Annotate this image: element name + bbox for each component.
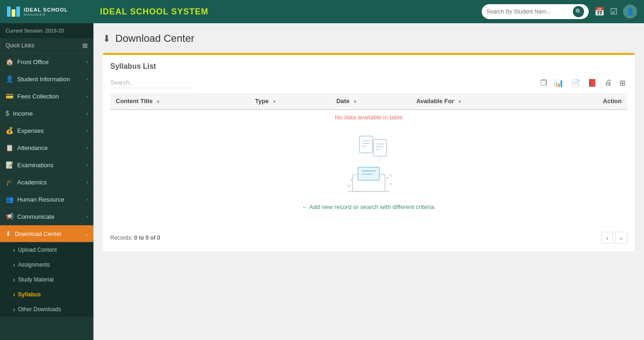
- sidebar-item-attendance[interactable]: 📋 Attendance ›: [0, 139, 93, 157]
- chevron-icon: ›: [86, 77, 88, 82]
- communicate-icon: 📢: [6, 213, 13, 220]
- sidebar-item-communicate[interactable]: 📢 Communicate ›: [0, 208, 93, 225]
- header-actions: 🔍 📅 ☑ 👤: [482, 4, 637, 19]
- svg-rect-0: [359, 136, 372, 153]
- copy-button[interactable]: ❐: [538, 78, 549, 88]
- logo-text: IDEAL SCHOOL MANAGER: [24, 7, 68, 17]
- sidebar-item-front-office[interactable]: 🏠 Front Office ›: [0, 53, 93, 71]
- svg-rect-4: [373, 139, 386, 156]
- attendance-icon: 📋: [6, 144, 13, 151]
- empty-illustration: ✕ ← Add new record or search with differ…: [110, 124, 627, 224]
- sidebar-subitem-upload-content[interactable]: › Upload Content: [0, 242, 93, 257]
- no-data-row: No data available in table: [110, 110, 627, 124]
- table-icons: ❐ 📊 📄 📕 🖨 ⊞: [538, 78, 627, 88]
- search-button[interactable]: 🔍: [573, 6, 584, 17]
- col-type[interactable]: Type ▼: [250, 93, 331, 110]
- assignments-label: Assignments: [18, 262, 50, 268]
- session-label: Current Session: 2019-20: [0, 23, 93, 38]
- card-title: Syllabus List: [110, 62, 627, 71]
- attendance-label: Attendance: [17, 144, 48, 151]
- sort-icon: ▼: [272, 99, 277, 104]
- study-material-label: Study Material: [18, 276, 54, 283]
- sidebar-subitem-other-downloads[interactable]: › Other Downloads: [0, 302, 93, 317]
- sidebar-item-fees-collection[interactable]: 💳 Fees Collection ›: [0, 88, 93, 105]
- calendar-icon[interactable]: 📅: [594, 7, 604, 17]
- records-value: 0 to 0 of 0: [134, 235, 160, 241]
- bullet-icon: ›: [13, 276, 15, 283]
- bullet-icon: ›: [13, 261, 15, 268]
- svg-point-16: [351, 179, 352, 181]
- table-toolbar: ❐ 📊 📄 📕 🖨 ⊞: [110, 77, 627, 88]
- no-data-message: No data available in table: [110, 110, 627, 124]
- logo-subtitle: MANAGER: [24, 13, 68, 17]
- fees-icon: 💳: [6, 92, 13, 100]
- pagination: ‹ ›: [601, 232, 627, 244]
- sidebar: Current Session: 2019-20 Quick Links ⊞ 🏠…: [0, 23, 93, 340]
- income-label: Income: [13, 110, 33, 117]
- user-avatar[interactable]: 👤: [623, 5, 637, 19]
- quick-links: Quick Links ⊞: [0, 38, 93, 53]
- prev-page-button[interactable]: ‹: [601, 232, 613, 244]
- sidebar-item-examinations[interactable]: 📝 Examinations ›: [0, 157, 93, 174]
- academics-label: Academics: [17, 179, 47, 186]
- sidebar-subitem-study-material[interactable]: › Study Material: [0, 272, 93, 287]
- empty-illustration-cell: ✕ ← Add new record or search with differ…: [110, 124, 627, 224]
- logo-title: IDEAL SCHOOL: [24, 7, 68, 13]
- print-button[interactable]: 🖨: [603, 78, 614, 88]
- chevron-icon: ›: [86, 180, 88, 185]
- grid-icon[interactable]: ⊞: [82, 42, 88, 49]
- chevron-icon: ›: [86, 197, 88, 202]
- col-date[interactable]: Date ▼: [331, 93, 411, 110]
- records-info: Records: 0 to 0 of 0: [110, 235, 160, 241]
- svg-point-18: [390, 183, 392, 185]
- col-available-for[interactable]: Available For ▼: [411, 93, 552, 110]
- svg-point-19: [348, 185, 350, 187]
- logo-icon: [7, 7, 20, 17]
- empty-message: ← Add new record or search with differen…: [302, 203, 436, 210]
- quick-links-label: Quick Links: [6, 42, 34, 49]
- table-search-input[interactable]: [110, 77, 194, 88]
- page-download-icon: ⬇: [103, 33, 111, 44]
- col-content-title[interactable]: Content Title ▼: [110, 93, 250, 110]
- columns-button[interactable]: ⊞: [617, 78, 627, 88]
- excel-button[interactable]: 📊: [552, 78, 565, 88]
- app-header: IDEAL SCHOOL MANAGER IDEAL SCHOOL SYSTEM…: [0, 0, 644, 23]
- global-search[interactable]: 🔍: [482, 4, 589, 19]
- chevron-icon: ›: [86, 111, 88, 116]
- syllabus-label: Syllabus: [18, 291, 41, 298]
- pdf-button[interactable]: 📕: [586, 78, 599, 88]
- bullet-active-icon: ›: [13, 291, 15, 298]
- sidebar-item-expenses[interactable]: 💰 Expenses ›: [0, 122, 93, 139]
- page-title: Download Center: [115, 33, 194, 45]
- sidebar-item-academics[interactable]: 🎓 Academics ›: [0, 174, 93, 191]
- sidebar-subitem-assignments[interactable]: › Assignments: [0, 257, 93, 272]
- chevron-icon: ›: [86, 163, 88, 168]
- sidebar-item-student-information[interactable]: 👤 Student Information ›: [0, 71, 93, 88]
- main-content: ⬇ Download Center Syllabus List ❐ 📊 📄 📕 …: [93, 23, 644, 340]
- empty-illustration-row: ✕ ← Add new record or search with differ…: [110, 124, 627, 224]
- table-footer: Records: 0 to 0 of 0 ‹ ›: [110, 226, 627, 244]
- next-page-button[interactable]: ›: [615, 232, 627, 244]
- sidebar-item-income[interactable]: $ Income ›: [0, 105, 93, 122]
- sort-icon: ▼: [353, 99, 357, 104]
- chevron-icon: ›: [86, 128, 88, 133]
- svg-point-17: [386, 177, 388, 179]
- sort-icon: ▼: [156, 99, 160, 104]
- search-input[interactable]: [486, 8, 570, 15]
- download-center-icon: ⬇: [6, 230, 11, 237]
- sidebar-subitem-syllabus[interactable]: › Syllabus: [0, 287, 93, 302]
- svg-line-9: [378, 157, 380, 163]
- table-search[interactable]: [110, 77, 194, 88]
- other-downloads-label: Other Downloads: [18, 306, 61, 313]
- tasks-icon[interactable]: ☑: [610, 7, 617, 17]
- income-icon: $: [6, 110, 9, 117]
- chevron-icon: ›: [86, 59, 88, 65]
- sidebar-item-download-center[interactable]: ⬇ Download Center ˅: [0, 225, 93, 242]
- chevron-icon: ›: [86, 94, 88, 99]
- sidebar-item-human-resource[interactable]: 👥 Human Resource ›: [0, 191, 93, 208]
- upload-content-label: Upload Content: [18, 247, 57, 253]
- student-info-label: Student Information: [17, 76, 70, 83]
- csv-button[interactable]: 📄: [569, 78, 582, 88]
- download-center-submenu: › Upload Content › Assignments › Study M…: [0, 242, 93, 317]
- main-layout: Current Session: 2019-20 Quick Links ⊞ 🏠…: [0, 23, 644, 340]
